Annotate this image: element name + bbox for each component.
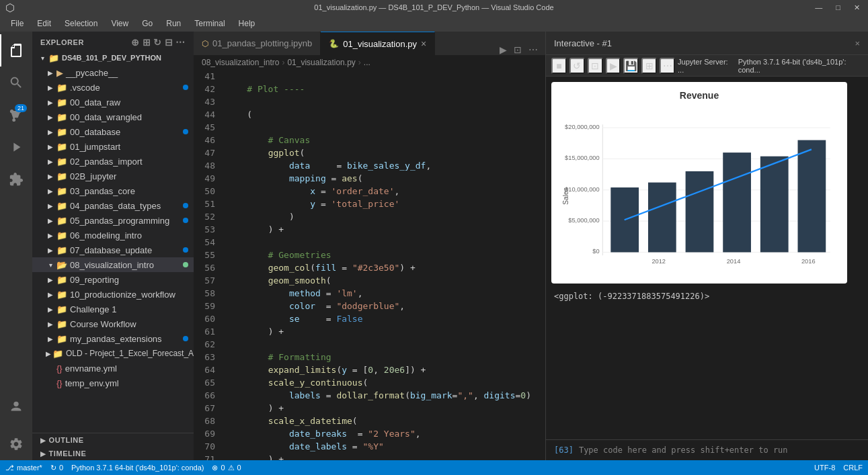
run-button[interactable]: ▶ — [498, 44, 509, 55]
python-status-item[interactable]: Python 3.7.1 64-bit ('ds4b_101p': conda) — [71, 464, 204, 472]
sidebar-item-course-workflow[interactable]: ▶📁Course Workflow — [32, 316, 194, 331]
sidebar-root[interactable]: ▾ 📁 DS4B_101_P_DEV_PYTHON — [32, 50, 194, 65]
more-run-button[interactable]: ⋯ — [526, 44, 540, 55]
run-split-button[interactable]: ⊡ — [512, 44, 524, 55]
sidebar-item-pandas-prog[interactable]: ▶📁05_pandas_programming — [32, 213, 194, 228]
source-control-badge: 21 — [15, 104, 27, 112]
sidebar-item-visualization[interactable]: ▾📂08_visualization_intro — [32, 257, 194, 272]
bar-2015 — [760, 157, 789, 253]
code-editor[interactable]: # Plot ---- ( # Canvas ggplot( data = bi… — [221, 70, 540, 460]
breadcrumb-symbol[interactable]: ... — [364, 58, 370, 67]
sidebar-item-database[interactable]: ▶📁00_database — [32, 124, 194, 139]
jupyter-input[interactable]: [63] Type code here and press shift+ente… — [546, 439, 868, 460]
menu-run[interactable]: Run — [161, 17, 186, 30]
folder-icon: 📁 — [56, 334, 67, 344]
sidebar-item-production[interactable]: ▶📁10_productionize_workflow — [32, 287, 194, 302]
activity-settings[interactable] — [0, 428, 32, 460]
sidebar-item-pandas-core[interactable]: ▶📁03_pandas_core — [32, 183, 194, 198]
encoding-label: UTF-8 — [814, 464, 835, 472]
export-button[interactable]: ⊞ — [641, 58, 657, 74]
sidebar-item-jupyter[interactable]: ▶📁02B_jupyter — [32, 169, 194, 183]
line-ending-item[interactable]: CRLF — [843, 464, 863, 472]
clear-output-button[interactable]: ⊡ — [588, 58, 603, 74]
minimize-button[interactable]: — — [812, 3, 825, 11]
timeline-panel[interactable]: ▶TIMELINE — [32, 447, 194, 460]
sidebar-item-data-wrangled[interactable]: ▶📁00_data_wrangled — [32, 110, 194, 124]
new-folder-icon[interactable]: ⊞ — [143, 37, 151, 48]
activity-search[interactable] — [0, 67, 32, 99]
refresh-icon[interactable]: ↻ — [153, 37, 162, 48]
sidebar-item-challenge[interactable]: ▶📁Challenge 1 — [32, 302, 194, 316]
sidebar-item-pycache[interactable]: ▶▶__pycache__ — [32, 65, 194, 80]
git-branch-item[interactable]: ⎇ master* — [5, 464, 42, 472]
modified-dot — [183, 262, 188, 267]
activity-accounts[interactable] — [0, 390, 32, 423]
folder-icon: 📁 — [56, 290, 67, 300]
sync-item[interactable]: ↻ 0 — [50, 464, 63, 472]
outline-panel[interactable]: ▶OUTLINE — [32, 433, 194, 447]
menu-file[interactable]: File — [5, 17, 29, 30]
folder-icon: 📁 — [56, 171, 67, 181]
sidebar-item-reporting[interactable]: ▶📁09_reporting — [32, 272, 194, 287]
chart-container: Revenue $20,000,000 $15,000,000 $10,000,… — [546, 77, 868, 289]
code-line-67: ) + — [226, 402, 540, 415]
modified-dot — [183, 85, 188, 90]
sidebar-item-data-raw[interactable]: ▶📁00_data_raw — [32, 95, 194, 110]
bar-2014 — [723, 153, 751, 252]
interrupt-kernel-button[interactable]: ■ — [551, 58, 567, 74]
menu-terminal[interactable]: Terminal — [189, 17, 230, 30]
chart-svg: $20,000,000 $15,000,000 $10,000,000 $5,0… — [562, 106, 836, 286]
root-arrow: ▾ — [38, 54, 47, 62]
sidebar-item-vscode[interactable]: ▶📁.vscode — [32, 80, 194, 95]
tab-pandas-plotting[interactable]: ⬡ 01_pandas_plotting.ipynb — [194, 32, 321, 55]
code-line-51: y = 'total_price' — [226, 198, 540, 210]
sidebar-item-envname[interactable]: {}envname.yml — [32, 361, 194, 376]
activity-run[interactable] — [0, 131, 32, 163]
maximize-button[interactable]: □ — [833, 3, 843, 11]
menu-edit[interactable]: Edit — [32, 17, 56, 30]
sidebar-item-data-types[interactable]: ▶📁04_pandas_data_types — [32, 198, 194, 213]
folder-icon: 📁 — [56, 83, 67, 93]
errors-item[interactable]: ⊗ 0 ⚠ 0 — [212, 464, 241, 472]
folder-icon: 📁 — [56, 157, 67, 167]
warning-icon: ⚠ — [228, 464, 235, 472]
tab-close-button[interactable]: × — [421, 38, 426, 49]
svg-text:$5,000,000: $5,000,000 — [568, 217, 599, 224]
encoding-item[interactable]: UTF-8 — [814, 464, 835, 472]
editor-scrollbar[interactable] — [540, 70, 545, 460]
new-file-icon[interactable]: ⊕ — [131, 37, 140, 48]
sidebar-item-pandas-import[interactable]: ▶📁02_pandas_import — [32, 154, 194, 169]
menu-help[interactable]: Help — [233, 17, 261, 30]
run-cell-button[interactable]: ▶ — [606, 58, 621, 74]
activity-explorer[interactable] — [0, 34, 32, 67]
menu-go[interactable]: Go — [136, 17, 158, 30]
more-icon[interactable]: ⋯ — [175, 37, 186, 48]
collapse-icon[interactable]: ⊟ — [165, 37, 173, 48]
sidebar-item-temp-env[interactable]: {}temp_env.yml — [32, 376, 194, 390]
sidebar-item-old[interactable]: ▶📁OLD - Project_1_Excel_Forecast_Aut... — [32, 346, 194, 361]
sidebar-item-pandas-ext[interactable]: ▶📁my_pandas_extensions — [32, 331, 194, 346]
sidebar-item-db-update[interactable]: ▶📁07_database_update — [32, 243, 194, 257]
revenue-chart: Revenue $20,000,000 $15,000,000 $10,000,… — [551, 82, 847, 284]
interactive-close-icon[interactable]: × — [855, 38, 860, 48]
more-toolbar-button[interactable]: ⋯ — [660, 58, 675, 74]
sidebar-item-modeling[interactable]: ▶📁06_modeling_intro — [32, 228, 194, 243]
sidebar-item-jumpstart[interactable]: ▶📁01_jumpstart — [32, 139, 194, 154]
menu-selection[interactable]: Selection — [59, 17, 103, 30]
activity-source-control[interactable]: 21 — [0, 99, 32, 131]
breadcrumb-file[interactable]: 01_visualization.py — [287, 58, 355, 67]
window-title: 01_visualization.py — DS4B_101_P_DEV_Pyt… — [314, 3, 553, 11]
restart-kernel-button[interactable]: ↺ — [569, 58, 585, 74]
code-line-54 — [226, 236, 540, 249]
breadcrumb-folder[interactable]: 08_visualization_intro — [202, 58, 279, 67]
code-line-69: date_breaks = "2 Years", — [226, 427, 540, 440]
tab-visualization[interactable]: 🐍 01_visualization.py × — [321, 32, 435, 55]
title-bar-controls[interactable]: — □ ✕ — [812, 3, 863, 12]
menu-view[interactable]: View — [106, 17, 134, 30]
save-button[interactable]: 💾 — [623, 58, 639, 74]
activity-extensions[interactable] — [0, 163, 32, 196]
title-bar-left: ⬡ — [5, 1, 15, 14]
close-button[interactable]: ✕ — [851, 3, 863, 12]
code-line-42: # Plot ---- — [226, 83, 540, 95]
input-placeholder[interactable]: Type code here and press shift+enter to … — [579, 445, 860, 455]
